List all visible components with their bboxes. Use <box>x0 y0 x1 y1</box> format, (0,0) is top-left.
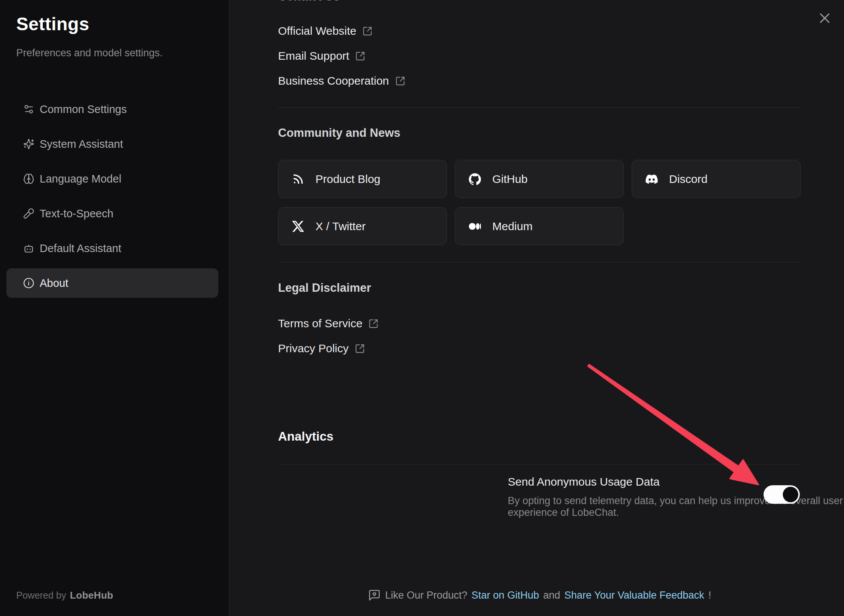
button-label: GitHub <box>492 173 527 186</box>
close-icon[interactable] <box>818 11 832 25</box>
message-heart-icon <box>368 589 381 602</box>
button-label: Discord <box>669 173 708 186</box>
section-divider <box>278 107 801 108</box>
github-button[interactable]: GitHub <box>455 160 624 198</box>
usage-data-toggle[interactable] <box>764 485 800 504</box>
sidebar-item-label: About <box>40 277 68 289</box>
mic-icon <box>23 208 34 219</box>
info-icon <box>23 277 34 289</box>
link-label: Privacy Policy <box>278 342 349 355</box>
external-link-icon <box>355 344 365 354</box>
sidebar-item-about[interactable]: About <box>6 268 218 298</box>
contact-us-heading-text: Contact Us <box>278 0 505 3</box>
bot-icon <box>23 243 34 254</box>
link-label: Business Cooperation <box>278 74 389 87</box>
community-buttons: Product Blog GitHub Discord X / Twitter … <box>278 160 801 245</box>
footer-text: Like Our Product? <box>385 590 467 601</box>
sidebar-item-label: System Assistant <box>40 138 123 150</box>
powered-by-text: Powered by <box>16 590 66 601</box>
external-link-icon <box>362 26 373 36</box>
x-twitter-icon <box>292 220 304 232</box>
terms-of-service-link[interactable]: Terms of Service <box>278 314 379 333</box>
privacy-policy-link[interactable]: Privacy Policy <box>278 339 365 358</box>
settings-sidebar: Settings Preferences and model settings.… <box>0 0 229 616</box>
footer-text: ! <box>708 590 711 601</box>
page-title: Settings <box>16 14 89 34</box>
lobehub-brand[interactable]: LobeHub <box>70 590 113 601</box>
medium-icon <box>469 220 481 232</box>
settings-nav: Common Settings System Assistant Languag… <box>6 94 218 298</box>
business-cooperation-link[interactable]: Business Cooperation <box>278 72 405 90</box>
star-on-github-link[interactable]: Star on GitHub <box>471 590 539 601</box>
x-twitter-button[interactable]: X / Twitter <box>278 207 447 245</box>
external-link-icon <box>355 51 365 61</box>
sidebar-item-default-assistant[interactable]: Default Assistant <box>6 234 218 263</box>
toggle-knob <box>783 487 798 502</box>
official-website-link[interactable]: Official Website <box>278 22 373 40</box>
discord-button[interactable]: Discord <box>632 160 801 198</box>
sidebar-item-label: Text-to-Speech <box>40 207 113 220</box>
sidebar-item-text-to-speech[interactable]: Text-to-Speech <box>6 199 218 228</box>
page-subtitle: Preferences and model settings. <box>16 47 162 59</box>
section-divider <box>278 262 801 262</box>
external-link-icon <box>395 76 405 86</box>
share-feedback-link[interactable]: Share Your Valuable Feedback <box>564 590 704 601</box>
sidebar-item-label: Language Model <box>40 173 121 185</box>
about-panel: Contact Us Official Website Email Suppor… <box>230 0 844 616</box>
github-icon <box>469 173 481 185</box>
page-footer: Like Our Product? Star on GitHub and Sha… <box>278 589 801 602</box>
settings-page: { "window": { "close_label": "close" }, … <box>0 0 844 616</box>
discord-icon <box>646 173 658 185</box>
footer-text: and <box>543 590 560 601</box>
button-label: X / Twitter <box>315 220 366 233</box>
email-support-link[interactable]: Email Support <box>278 47 365 65</box>
sparkles-icon <box>23 138 34 150</box>
product-blog-button[interactable]: Product Blog <box>278 160 447 198</box>
sidebar-item-label: Common Settings <box>40 103 127 116</box>
section-divider <box>278 464 801 464</box>
medium-button[interactable]: Medium <box>455 207 624 245</box>
button-label: Medium <box>492 220 533 233</box>
external-link-icon <box>368 319 379 329</box>
rss-icon <box>292 173 304 185</box>
usage-data-title: Send Anonymous Usage Data <box>508 475 660 488</box>
community-heading: Community and News <box>278 126 400 140</box>
sidebar-item-language-model[interactable]: Language Model <box>6 164 218 193</box>
brain-icon <box>23 173 34 184</box>
link-label: Official Website <box>278 25 356 37</box>
button-label: Product Blog <box>315 173 380 186</box>
sidebar-item-system-assistant[interactable]: System Assistant <box>6 129 218 159</box>
legal-heading: Legal Disclaimer <box>278 281 371 295</box>
analytics-heading: Analytics <box>278 429 334 444</box>
sidebar-item-common-settings[interactable]: Common Settings <box>6 94 218 124</box>
sidebar-item-label: Default Assistant <box>40 242 121 255</box>
link-label: Terms of Service <box>278 317 362 330</box>
contact-us-heading-clipped: Contact Us <box>278 0 505 3</box>
link-label: Email Support <box>278 50 349 62</box>
powered-by: Powered by LobeHub <box>16 590 113 601</box>
sliders-icon <box>23 104 34 115</box>
